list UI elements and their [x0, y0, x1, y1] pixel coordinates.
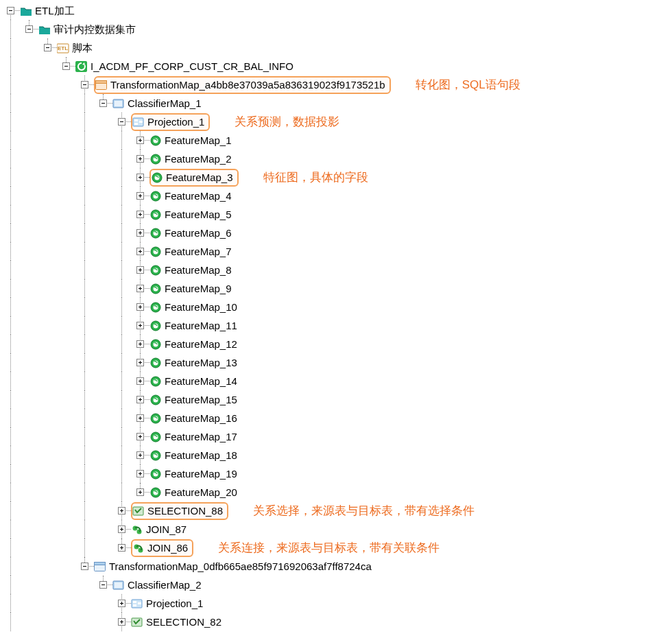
expand-icon[interactable]: [118, 507, 125, 515]
tree-row[interactable]: Projection_1关系预测，数据投影: [1, 113, 672, 131]
node-job-acdm[interactable]: I_ACDM_PF_CORP_CUST_CR_BAL_INFO: [89, 61, 295, 71]
tree-row[interactable]: FeatureMap_3特征图，具体的字段: [1, 168, 672, 187]
node-featuremap-20[interactable]: FeatureMap_20: [163, 487, 239, 497]
expand-icon[interactable]: [136, 229, 144, 237]
tree-row[interactable]: FeatureMap_20: [1, 483, 672, 501]
tree-row[interactable]: FeatureMap_16: [1, 409, 672, 427]
expand-icon[interactable]: [118, 544, 125, 552]
expand-icon[interactable]: [136, 470, 144, 477]
expand-icon[interactable]: [136, 414, 144, 422]
tree-row[interactable]: FeatureMap_7: [1, 242, 672, 261]
tree-row[interactable]: ClassifierMap_1: [1, 94, 672, 113]
tree-row[interactable]: FeatureMap_4: [1, 187, 672, 205]
node-featuremap-1[interactable]: FeatureMap_1: [163, 135, 233, 145]
node-featuremap-11[interactable]: FeatureMap_11: [163, 320, 239, 331]
expand-icon[interactable]: [136, 303, 144, 311]
expand-icon[interactable]: [118, 600, 125, 607]
tree-row[interactable]: FeatureMap_14: [1, 372, 672, 390]
tree-row[interactable]: 脚本: [1, 38, 672, 57]
expand-icon[interactable]: [136, 359, 144, 366]
node-featuremap-12[interactable]: FeatureMap_12: [163, 339, 239, 349]
tree-row[interactable]: 审计内控数据集市: [1, 20, 672, 38]
tree-row[interactable]: FeatureMap_1: [1, 131, 672, 150]
node-featuremap-19[interactable]: FeatureMap_19: [163, 469, 239, 479]
expand-icon[interactable]: [136, 266, 144, 274]
collapse-icon[interactable]: [118, 118, 125, 126]
tree-row[interactable]: FeatureMap_11: [1, 316, 672, 335]
expand-icon[interactable]: [136, 137, 144, 144]
node-featuremap-6[interactable]: FeatureMap_6: [163, 228, 233, 238]
node-featuremap-2[interactable]: FeatureMap_2: [163, 154, 233, 164]
collapse-icon[interactable]: [44, 44, 51, 51]
expand-icon[interactable]: [136, 248, 144, 255]
tree-row[interactable]: FeatureMap_18: [1, 446, 672, 464]
expand-icon[interactable]: [136, 396, 144, 403]
collapse-icon[interactable]: [81, 563, 88, 570]
tree-row[interactable]: FeatureMap_17: [1, 427, 672, 446]
node-scripts[interactable]: 脚本: [71, 43, 94, 53]
tree-row[interactable]: ClassifierMap_2: [1, 576, 672, 594]
tree-row[interactable]: FeatureMap_8: [1, 261, 672, 279]
tree-row[interactable]: TransformationMap_a4bb8e37039a5a83631902…: [1, 75, 672, 94]
tree-row[interactable]: FeatureMap_5: [1, 205, 672, 224]
node-join-87[interactable]: JOIN_87: [145, 524, 188, 534]
node-projection-2[interactable]: Projection_1: [145, 598, 204, 609]
tree-row[interactable]: FeatureMap_12: [1, 335, 672, 353]
node-featuremap-5[interactable]: FeatureMap_5: [163, 209, 233, 220]
expand-icon[interactable]: [136, 488, 144, 496]
node-featuremap-13[interactable]: FeatureMap_13: [163, 357, 239, 368]
tree-row[interactable]: FeatureMap_13: [1, 353, 672, 372]
node-featuremap-16[interactable]: FeatureMap_16: [163, 413, 239, 423]
tree-row[interactable]: FeatureMap_9: [1, 279, 672, 298]
expand-icon[interactable]: [136, 192, 144, 200]
collapse-icon[interactable]: [99, 581, 107, 589]
node-featuremap-3[interactable]: FeatureMap_3: [165, 172, 235, 182]
node-featuremap-14[interactable]: FeatureMap_14: [163, 376, 239, 386]
tree-row[interactable]: FeatureMap_2: [1, 150, 672, 168]
tree-row[interactable]: ETL加工: [1, 1, 672, 20]
collapse-icon[interactable]: [99, 99, 107, 107]
tree-row[interactable]: JOIN_86关系连接，来源表与目标表，带有关联条件: [1, 539, 672, 557]
tree-row[interactable]: I_ACDM_PF_CORP_CUST_CR_BAL_INFO: [1, 57, 672, 75]
tree-row[interactable]: FeatureMap_19: [1, 464, 672, 483]
node-featuremap-4[interactable]: FeatureMap_4: [163, 191, 233, 201]
collapse-icon[interactable]: [25, 25, 33, 33]
node-transformationmap-2[interactable]: TransformationMap_0dfb665ae85f971692063a…: [108, 561, 373, 571]
node-etl-root[interactable]: ETL加工: [34, 5, 76, 16]
expand-icon[interactable]: [136, 340, 144, 348]
tree-row[interactable]: FeatureMap_10: [1, 298, 672, 316]
tree-row[interactable]: JOIN_87: [1, 520, 672, 539]
node-featuremap-18[interactable]: FeatureMap_18: [163, 450, 239, 460]
tree-row[interactable]: SELECTION_82: [1, 613, 672, 631]
node-featuremap-8[interactable]: FeatureMap_8: [163, 265, 233, 275]
node-join-86[interactable]: JOIN_86: [146, 543, 189, 553]
node-audit-mart[interactable]: 审计内控数据集市: [52, 24, 137, 34]
collapse-icon[interactable]: [81, 81, 88, 88]
node-featuremap-15[interactable]: FeatureMap_15: [163, 394, 239, 405]
node-featuremap-7[interactable]: FeatureMap_7: [163, 246, 233, 257]
expand-icon[interactable]: [136, 322, 144, 329]
expand-icon[interactable]: [136, 377, 144, 385]
tree-row[interactable]: SELECTION_88关系选择，来源表与目标表，带有选择条件: [1, 501, 672, 520]
tree-row[interactable]: TransformationMap_0dfb665ae85f971692063a…: [1, 557, 672, 576]
tree-row[interactable]: FeatureMap_6: [1, 224, 672, 242]
expand-icon[interactable]: [136, 155, 144, 163]
node-selection-88[interactable]: SELECTION_88: [146, 506, 224, 516]
expand-icon[interactable]: [136, 433, 144, 440]
expand-icon[interactable]: [136, 211, 144, 218]
collapse-icon[interactable]: [7, 7, 14, 14]
node-classifiermap-1[interactable]: ClassifierMap_1: [126, 98, 203, 108]
node-featuremap-10[interactable]: FeatureMap_10: [163, 302, 239, 312]
node-classifiermap-2[interactable]: ClassifierMap_2: [126, 580, 203, 590]
node-featuremap-9[interactable]: FeatureMap_9: [163, 283, 233, 294]
node-projection-1[interactable]: Projection_1: [146, 117, 206, 127]
expand-icon[interactable]: [118, 618, 125, 626]
tree-row[interactable]: Projection_1: [1, 594, 672, 613]
tree-view[interactable]: ETL加工审计内控数据集市脚本I_ACDM_PF_CORP_CUST_CR_BA…: [1, 1, 672, 631]
expand-icon[interactable]: [136, 451, 144, 459]
expand-icon[interactable]: [136, 174, 144, 181]
tree-row[interactable]: FeatureMap_15: [1, 390, 672, 409]
node-selection-82[interactable]: SELECTION_82: [145, 617, 223, 627]
node-featuremap-17[interactable]: FeatureMap_17: [163, 432, 239, 442]
expand-icon[interactable]: [118, 525, 125, 533]
